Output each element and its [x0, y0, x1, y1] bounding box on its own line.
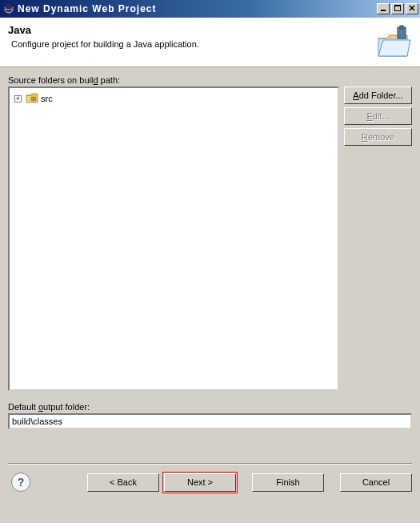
tree-item-src[interactable]: + src — [13, 91, 334, 106]
close-button[interactable] — [406, 3, 418, 14]
expand-icon[interactable]: + — [14, 95, 22, 103]
source-folders-label: Source folders on build path: — [8, 75, 412, 85]
eclipse-icon — [3, 3, 14, 14]
wizard-footer: ? < Back Next > Finish Cancel — [0, 465, 420, 492]
package-folder-icon — [26, 92, 38, 105]
svg-rect-7 — [400, 26, 403, 29]
edit-button: Edit... — [344, 107, 412, 125]
minimize-button[interactable] — [377, 3, 390, 14]
add-folder-button[interactable]: Add Folder... — [344, 86, 412, 104]
help-button[interactable]: ? — [11, 473, 30, 492]
next-button[interactable]: Next > — [164, 473, 236, 492]
finish-button[interactable]: Finish — [252, 473, 324, 492]
source-folders-tree[interactable]: + src — [8, 86, 339, 391]
tree-item-label: src — [41, 94, 53, 103]
output-folder-input[interactable] — [8, 413, 412, 429]
output-folder-label: Default output folder: — [8, 402, 412, 412]
window-title: New Dynamic Web Project — [18, 3, 377, 14]
page-description: Configure project for building a Java ap… — [8, 39, 374, 49]
remove-button: Remove — [344, 128, 412, 146]
wizard-header: Java Configure project for building a Ja… — [0, 18, 420, 67]
maximize-button[interactable] — [391, 3, 404, 14]
window-titlebar[interactable]: New Dynamic Web Project — [0, 0, 420, 18]
cancel-button[interactable]: Cancel — [340, 473, 412, 492]
folder-wizard-icon — [374, 24, 412, 62]
back-button[interactable]: < Back — [87, 473, 159, 492]
page-title: Java — [8, 24, 374, 36]
